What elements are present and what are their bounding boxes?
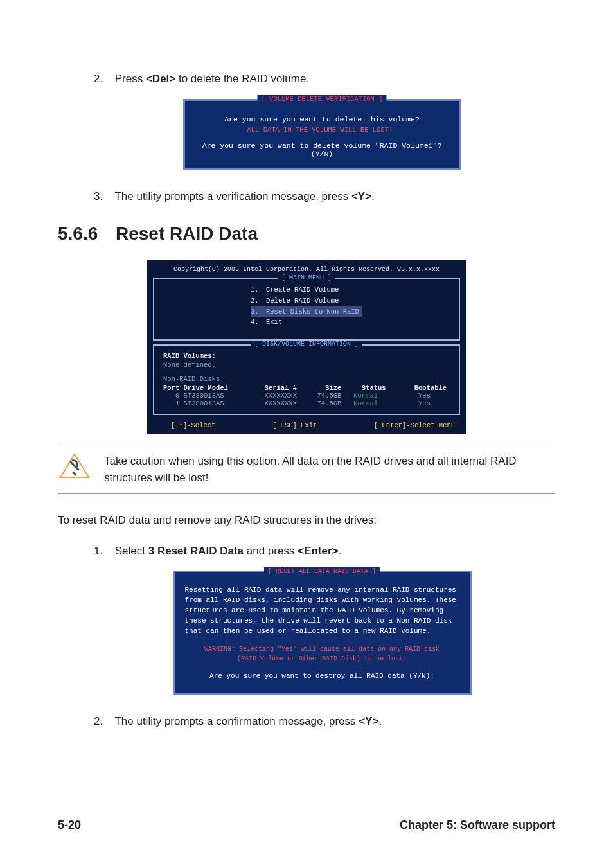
step-1-select-reset: 1. Select 3 Reset RAID Data and press <E…: [94, 543, 555, 560]
step-2-press-y-confirm: 2. The utility prompts a confirmation me…: [94, 713, 555, 730]
table-row: 1 ST380013AS XXXXXXXX 74.5GB Normal Yes: [163, 400, 451, 407]
main-menu-box: [ MAIN MENU ] 1.Create RAID Volume 2.Del…: [153, 278, 460, 341]
step-num: 3.: [94, 188, 112, 205]
table-header: Port Drive Model Serial # Size Status Bo…: [163, 384, 451, 392]
text: Select: [115, 545, 148, 557]
step-num: 2.: [94, 713, 112, 730]
heading-title: Reset RAID Data: [116, 224, 258, 244]
bold-text: 3 Reset RAID Data: [148, 545, 244, 557]
text: The utility prompts a verification messa…: [114, 190, 351, 202]
menu-item-delete[interactable]: 2.Delete RAID Volume: [251, 296, 452, 306]
key-del: <Del>: [146, 73, 175, 85]
text: The utility prompts a confirmation messa…: [114, 715, 359, 727]
text: .: [338, 545, 341, 557]
disk-volume-info-box: [ DISK/VOLUME INFORMATION ] RAID Volumes…: [153, 344, 460, 415]
key-enter: <Enter>: [298, 545, 338, 557]
key-y: <Y>: [351, 190, 371, 202]
utility-footer: [↓↑]-Select [ ESC] Exit [ Enter]-Select …: [147, 419, 466, 434]
page-number: 5-20: [58, 819, 81, 832]
chapter-label: Chapter 5: Software support: [400, 819, 555, 832]
dialog-confirm: Are you sure you want to destroy all RAI…: [185, 671, 459, 682]
raid-utility-screen: Copyright(C) 2003 Intel Corporation. All…: [147, 260, 466, 434]
heading-number: 5.6.6: [58, 224, 116, 244]
key-y: <Y>: [359, 715, 378, 727]
reset-raid-dialog: [ RESET ALL DATA RAID DATA ] Resetting a…: [173, 571, 472, 695]
section-heading: 5.6.6Reset RAID Data: [58, 224, 555, 244]
intro-text: To reset RAID data and remove any RAID s…: [58, 512, 555, 529]
dialog-warning: WARNING: Selecting "Yes" will cause all …: [185, 644, 459, 664]
warning-icon: [59, 453, 90, 479]
step-2-press-del: 2. Press <Del> to delete the RAID volume…: [94, 71, 555, 87]
note-text: Take caution when using this option. All…: [104, 453, 555, 486]
footer-enter: [ Enter]-Select Menu: [374, 421, 455, 429]
dialog-title: [ RESET ALL DATA RAID DATA ]: [264, 567, 380, 577]
text: .: [378, 715, 382, 727]
text: .: [371, 190, 375, 202]
none-defined: None defined.: [163, 361, 451, 369]
caution-note: Take caution when using this option. All…: [58, 445, 555, 494]
volume-delete-dialog: [ VOLUME DELETE VERIFICATION ] Are you s…: [183, 99, 461, 170]
menu-item-exit[interactable]: 4.Exit: [251, 317, 452, 328]
page-footer: 5-20 Chapter 5: Software support: [58, 819, 555, 832]
step-num: 2.: [94, 71, 112, 87]
dialog-title: [ VOLUME DELETE VERIFICATION ]: [257, 95, 386, 103]
footer-esc: [ ESC] Exit: [272, 421, 317, 429]
text: and press: [244, 545, 298, 557]
menu-item-create[interactable]: 1.Create RAID Volume: [251, 285, 452, 296]
step-3-press-y: 3. The utility prompts a verification me…: [94, 188, 555, 205]
dialog-paragraph: Resetting all RAID data will remove any …: [185, 585, 459, 637]
text: to delete the RAID volume.: [175, 73, 309, 85]
non-raid-label: Non-RAID Disks:: [163, 375, 451, 383]
text: Press: [115, 73, 146, 85]
raid-volumes-label: RAID Volumes:: [163, 352, 451, 360]
footer-select: [↓↑]-Select: [171, 421, 215, 429]
step-num: 1.: [94, 543, 112, 560]
table-row: 0 ST380013AS XXXXXXXX 74.5GB Normal Yes: [163, 392, 451, 400]
dialog-prompt: Are you sure you want to delete volume "…: [191, 141, 452, 158]
dialog-warn: ALL DATA IN THE VOLUME WILL BE LOST!!: [191, 126, 452, 134]
main-menu-title: [ MAIN MENU ]: [278, 274, 335, 281]
menu-item-reset[interactable]: 3.Reset Disks to Non-RaID: [251, 306, 362, 317]
info-title: [ DISK/VOLUME INFORMATION ]: [251, 341, 362, 348]
dialog-line: Are you sure you want to delete this vol…: [191, 115, 452, 123]
